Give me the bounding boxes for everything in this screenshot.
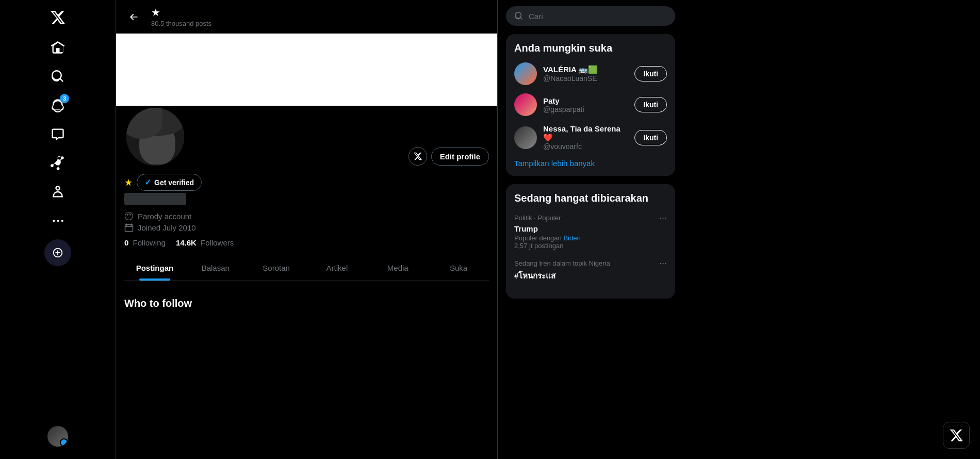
suggestion-info-2: Paty @gasparpati — [543, 96, 628, 113]
x-premium-button[interactable] — [409, 147, 427, 166]
edit-profile-button[interactable]: Edit profile — [431, 147, 489, 166]
sidebar-item-messages[interactable] — [44, 121, 71, 147]
profile-top-row: Edit profile — [124, 106, 489, 168]
tab-suka[interactable]: Suka — [428, 255, 489, 281]
suggestion-name-1: VALÉRIA 🚌🟩 — [543, 65, 628, 74]
tab-balasan[interactable]: Balasan — [185, 255, 246, 281]
suggestion-handle-1: @NacaoLuanSE — [543, 74, 628, 83]
followers-stat[interactable]: 14.6K Followers — [176, 238, 234, 247]
who-to-follow-title: Who to follow — [124, 298, 489, 309]
premium-plus-button[interactable] — [44, 239, 71, 266]
parody-meta: Parody account — [124, 211, 489, 221]
search-icon — [514, 11, 524, 21]
trending-category-2: Sedang tren dalam topik Nigeria — [514, 259, 610, 267]
tab-media[interactable]: Media — [367, 255, 428, 281]
suggestion-item-3: Nessa, Tia da Serena ❤️ @vouvoarfc Ikuti — [514, 124, 667, 151]
sidebar-item-grok[interactable] — [44, 150, 71, 176]
sidebar-item-explore[interactable] — [44, 63, 71, 90]
sidebar-item-notifications[interactable]: 3 — [44, 92, 71, 119]
sidebar-item-home[interactable] — [44, 34, 71, 61]
trending-item-2[interactable]: Sedang tren dalam topik Nigeria ··· #โหน… — [514, 258, 667, 282]
profile-photo — [126, 108, 184, 166]
following-stat[interactable]: 0 Following — [124, 238, 166, 247]
following-count: 0 — [124, 238, 128, 247]
verified-badge-icon: ✓ — [144, 177, 151, 187]
suggestion-name-2: Paty — [543, 96, 628, 105]
parody-icon — [124, 211, 134, 221]
notifications-badge: 3 — [60, 94, 69, 103]
profile-name-row: ★ ✓ Get verified — [124, 174, 489, 191]
trending-item-1[interactable]: Politik · Populer ··· Trump Populer deng… — [514, 212, 667, 250]
trending-card: Sedang hangat dibicarakan Politik · Popu… — [506, 184, 675, 299]
follow-button-1[interactable]: Ikuti — [634, 66, 667, 81]
get-verified-button[interactable]: ✓ Get verified — [137, 174, 202, 191]
suggestion-avatar-1 — [514, 62, 537, 85]
suggestion-name-3: Nessa, Tia da Serena ❤️ — [543, 124, 628, 142]
suggestion-item-2: Paty @gasparpati Ikuti — [514, 93, 667, 116]
suggestions-card: Anda mungkin suka VALÉRIA 🚌🟩 @NacaoLuanS… — [506, 34, 675, 176]
suggestion-item-1: VALÉRIA 🚌🟩 @NacaoLuanSE Ikuti — [514, 62, 667, 85]
profile-star-icon: ★ — [124, 177, 133, 188]
followers-count: 14.6K — [176, 238, 197, 247]
follow-button-2[interactable]: Ikuti — [634, 97, 667, 112]
grok-floating-button[interactable] — [943, 422, 970, 449]
suggestion-handle-3: @vouvoarfc — [543, 142, 628, 151]
suggestions-title: Anda mungkin suka — [514, 42, 667, 54]
trending-topic-2: #โหนกระแส — [514, 270, 667, 282]
trending-count-1: 2,57 jt postingan — [514, 242, 667, 250]
main-content: ★ 80.5 thousand posts Edit profile — [116, 0, 498, 459]
suggestion-avatar-3 — [514, 126, 537, 149]
profile-meta: Parody account Joined July 2010 — [124, 211, 489, 232]
right-sidebar: Cari Anda mungkin suka VALÉRIA 🚌🟩 @Nacao… — [498, 0, 683, 459]
profile-tabs: Postingan Balasan Sorotan Artikel Media … — [124, 255, 489, 281]
joined-meta: Joined July 2010 — [124, 223, 489, 232]
joined-label: Joined July 2010 — [138, 223, 196, 232]
profile-section: Edit profile ★ ✓ Get verified Parody acc… — [116, 106, 497, 289]
who-to-follow-section: Who to follow — [116, 289, 497, 322]
trending-title: Sedang hangat dibicarakan — [514, 192, 667, 204]
profile-header-bar: ★ 80.5 thousand posts — [116, 0, 497, 34]
back-button[interactable] — [124, 8, 143, 26]
trending-associated-link-1[interactable]: Biden — [563, 234, 580, 242]
trending-associated-1: Populer dengan Biden — [514, 234, 667, 242]
sidebar-item-profile[interactable] — [44, 178, 71, 205]
trending-category-1: Politik · Populer — [514, 214, 561, 222]
followers-label: Followers — [201, 238, 234, 247]
calendar-icon — [124, 223, 134, 232]
sidebar-item-more[interactable] — [44, 207, 71, 234]
x-logo[interactable] — [44, 4, 71, 31]
follow-stats: 0 Following 14.6K Followers — [124, 238, 489, 247]
grok-icon — [949, 428, 963, 442]
trending-topic-1: Trump — [514, 224, 667, 233]
username-bar — [124, 193, 186, 205]
tab-sorotan[interactable]: Sorotan — [246, 255, 307, 281]
suggestion-handle-2: @gasparpati — [543, 105, 628, 113]
parody-label: Parody account — [138, 212, 191, 221]
trending-meta-1: Politik · Populer ··· — [514, 212, 667, 223]
search-placeholder: Cari — [529, 12, 543, 21]
header-posts-count: 80.5 thousand posts — [151, 20, 489, 27]
profile-actions: Edit profile — [409, 147, 489, 168]
left-sidebar: 3 — [0, 0, 116, 459]
suggestion-info-1: VALÉRIA 🚌🟩 @NacaoLuanSE — [543, 65, 628, 83]
trending-more-2[interactable]: ··· — [659, 258, 667, 269]
profile-avatar — [124, 106, 186, 168]
header-star-icon: ★ — [151, 6, 489, 19]
trending-more-1[interactable]: ··· — [659, 212, 667, 223]
following-label: Following — [133, 238, 166, 247]
suggestion-info-3: Nessa, Tia da Serena ❤️ @vouvoarfc — [543, 124, 628, 151]
header-profile-info: ★ 80.5 thousand posts — [151, 6, 489, 27]
user-avatar[interactable] — [47, 426, 68, 447]
tab-postingan[interactable]: Postingan — [124, 255, 185, 281]
show-more-link[interactable]: Tampilkan lebih banyak — [514, 159, 667, 168]
suggestion-avatar-2 — [514, 93, 537, 116]
follow-button-3[interactable]: Ikuti — [634, 130, 667, 145]
trending-meta-2: Sedang tren dalam topik Nigeria ··· — [514, 258, 667, 269]
tab-artikel[interactable]: Artikel — [306, 255, 367, 281]
search-bar[interactable]: Cari — [506, 6, 675, 26]
get-verified-label: Get verified — [154, 178, 194, 187]
